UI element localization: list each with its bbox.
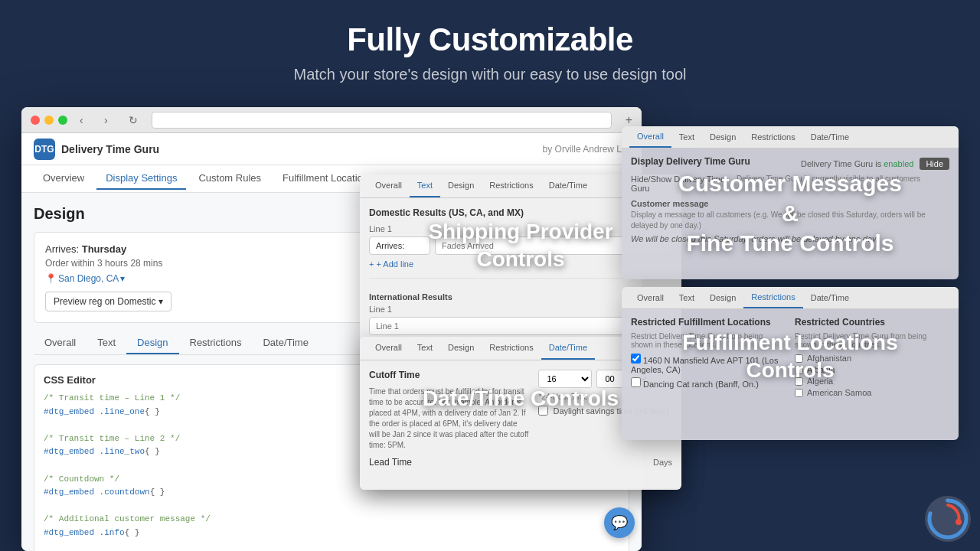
fulfillment-locations-panel: Overall Text Design Restrictions Date/Ti… xyxy=(622,287,959,440)
location-item-2: Dancing Cat ranch (Banff, On.) xyxy=(631,377,786,389)
dtg-logo xyxy=(923,494,972,543)
location-pin-icon: 📍 xyxy=(45,273,57,284)
tab-design[interactable]: Design xyxy=(126,332,178,354)
cutoff-title: Cutoff Time xyxy=(369,370,529,380)
rp-bottom-tab-text[interactable]: Text xyxy=(671,288,702,308)
rp-bottom-content: Restricted Fulfillment Locations Restric… xyxy=(622,309,959,407)
tab-overall[interactable]: Overall xyxy=(34,332,87,354)
line1-input[interactable] xyxy=(369,236,430,255)
app-logo: DTG xyxy=(34,139,55,160)
dropdown-icon: ▾ xyxy=(158,296,163,307)
country-afghanistan: Afghanistan xyxy=(795,354,949,363)
rp-top-tab-datetime[interactable]: Date/Time xyxy=(803,127,857,147)
cutoff-hour-select[interactable]: 16 xyxy=(538,370,592,388)
new-tab-icon[interactable]: + xyxy=(626,113,632,127)
hide-button[interactable]: Hide xyxy=(920,158,949,170)
tab-text[interactable]: Text xyxy=(87,332,126,354)
shipping-tab-datetime[interactable]: Date/Time xyxy=(541,174,595,197)
cb-american-samoa[interactable] xyxy=(795,389,803,397)
show-hide-label: Hide/Show Delivery Time Guru xyxy=(631,174,730,193)
minimize-dot[interactable] xyxy=(44,116,54,125)
tab-custom-rules[interactable]: Custom Rules xyxy=(189,168,270,190)
tab-display-settings[interactable]: Display Settings xyxy=(96,168,186,190)
browser-chrome: ‹ › ↻ + xyxy=(21,107,642,133)
rp-bottom-tab-overall[interactable]: Overall xyxy=(629,288,671,308)
customer-messages-panel: Overall Text Design Restrictions Date/Ti… xyxy=(622,126,959,279)
restricted-countries-desc: Restrict Delivery Time Guru from being s… xyxy=(795,332,949,349)
rp-top-tab-restrictions[interactable]: Restrictions xyxy=(743,127,802,147)
rp-top-tab-overall[interactable]: Overall xyxy=(629,126,671,148)
cutoff-desc: Time that orders must be fulfilled by fo… xyxy=(369,386,529,451)
customer-msg-label: Customer message xyxy=(631,199,949,208)
country-american-samoa: American Samoa xyxy=(795,388,949,397)
dt-tab-overall[interactable]: Overall xyxy=(368,337,410,360)
show-hide-row: Hide/Show Delivery Time Guru Delivery Ti… xyxy=(631,174,949,193)
dt-tab-design[interactable]: Design xyxy=(440,337,482,360)
chat-icon: 💬 xyxy=(611,514,628,531)
app-name: Delivery Time Guru xyxy=(61,143,159,155)
address-bar[interactable] xyxy=(152,112,612,129)
svg-point-0 xyxy=(925,496,971,542)
customer-msg-value: We will be closed this Saturday, orders … xyxy=(631,234,949,243)
cb-afghanistan[interactable] xyxy=(795,354,803,363)
shipping-tab-restrictions[interactable]: Restrictions xyxy=(482,174,541,197)
rp-top-tab-design[interactable]: Design xyxy=(702,127,743,147)
country-albania: Albania xyxy=(795,365,949,374)
rp-top-tabs: Overall Text Design Restrictions Date/Ti… xyxy=(622,126,959,148)
lead-time-row: Lead Time Days xyxy=(369,457,672,468)
show-hide-desc: Delivery Time Guru is currently visible … xyxy=(737,174,949,183)
customer-msg-desc: Display a message to all customers (e.g.… xyxy=(631,210,949,231)
hero-title: Fully Customizable xyxy=(0,21,980,58)
restricted-locations-list: 1460 N Mansfield Ave APT 101 (Los Angele… xyxy=(631,354,786,389)
shipping-tab-design[interactable]: Design xyxy=(440,174,482,197)
lead-time-label: Lead Time xyxy=(369,457,412,468)
dt-tab-datetime[interactable]: Date/Time xyxy=(541,337,595,360)
chat-button[interactable]: 💬 xyxy=(604,507,635,538)
dtg-enabled-badge: enabled xyxy=(884,159,913,168)
restricted-countries-title: Restricted Countries xyxy=(795,317,949,328)
app-by: by Orville Andrew L... xyxy=(543,144,629,155)
rp-bottom-tabs: Overall Text Design Restrictions Date/Ti… xyxy=(622,287,959,309)
chevron-icon: ▾ xyxy=(120,273,125,284)
display-dtg-title: Display Delivery Time Guru xyxy=(631,156,801,167)
back-icon[interactable]: ‹ xyxy=(80,114,92,126)
dtg-status-text: Delivery Time Guru is enabled xyxy=(801,159,913,168)
countries-list: Afghanistan Albania Algeria American Sam… xyxy=(795,354,949,397)
dt-tab-restrictions[interactable]: Restrictions xyxy=(482,337,541,360)
country-algeria: Algeria xyxy=(795,377,949,386)
lead-time-unit: Days xyxy=(653,458,672,467)
shipping-tab-overall[interactable]: Overall xyxy=(368,174,410,197)
customer-msg-row: Customer message Display a message to al… xyxy=(631,199,949,243)
dt-tab-text[interactable]: Text xyxy=(410,337,440,360)
restricted-locs-desc: Restrict Delivery Time Guru from being s… xyxy=(631,332,786,349)
hero-subtitle: Match your store's design with our easy … xyxy=(0,66,980,83)
loc2-checkbox[interactable] xyxy=(631,377,641,387)
app-header: DTG Delivery Time Guru by Orville Andrew… xyxy=(21,133,642,165)
tab-restrictions[interactable]: Restrictions xyxy=(179,332,253,354)
cb-albania[interactable] xyxy=(795,366,803,374)
shipping-tab-text[interactable]: Text xyxy=(410,174,440,197)
rp-bottom-tab-design[interactable]: Design xyxy=(702,288,743,308)
rp-top-tab-text[interactable]: Text xyxy=(671,127,702,147)
tab-datetime[interactable]: Date/Time xyxy=(252,332,318,354)
tab-overview[interactable]: Overview xyxy=(34,168,93,190)
loc1-checkbox[interactable] xyxy=(631,354,641,364)
svg-point-1 xyxy=(956,519,962,525)
location-item-1: 1460 N Mansfield Ave APT 101 (Los Angele… xyxy=(631,354,786,374)
arrives-day: Thursday xyxy=(82,243,127,255)
refresh-icon[interactable]: ↻ xyxy=(129,114,141,126)
plus-icon: + xyxy=(369,259,374,269)
add-line-button[interactable]: + + Add line xyxy=(369,259,413,269)
maximize-dot[interactable] xyxy=(58,116,67,125)
rp-bottom-tab-datetime[interactable]: Date/Time xyxy=(803,288,857,308)
rp-bottom-tab-restrictions[interactable]: Restrictions xyxy=(743,287,802,308)
restricted-locs-title: Restricted Fulfillment Locations xyxy=(631,317,786,328)
forward-icon[interactable]: › xyxy=(104,114,116,126)
daylight-checkbox[interactable] xyxy=(538,406,548,416)
rp-top-content: Display Delivery Time Guru Delivery Time… xyxy=(622,148,959,257)
hero-section: Fully Customizable Match your store's de… xyxy=(0,0,980,97)
preview-region-button[interactable]: Preview reg on Domestic ▾ xyxy=(45,292,172,311)
cb-algeria[interactable] xyxy=(795,377,803,386)
close-dot[interactable] xyxy=(31,116,40,125)
